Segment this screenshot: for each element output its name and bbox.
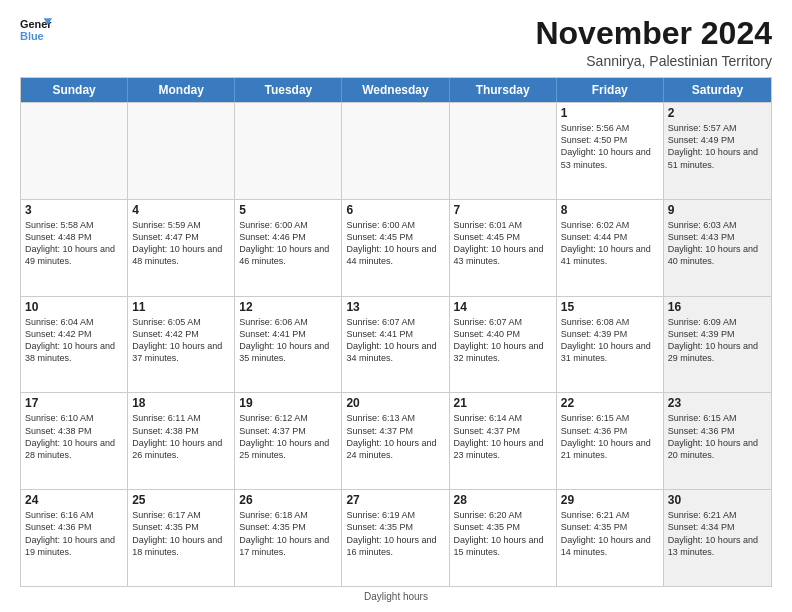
day-details: Sunrise: 6:07 AM Sunset: 4:41 PM Dayligh… (346, 316, 444, 365)
week-row-3: 17Sunrise: 6:10 AM Sunset: 4:38 PM Dayli… (21, 392, 771, 489)
day-cell-12: 12Sunrise: 6:06 AM Sunset: 4:41 PM Dayli… (235, 297, 342, 393)
day-cell-13: 13Sunrise: 6:07 AM Sunset: 4:41 PM Dayli… (342, 297, 449, 393)
day-number: 17 (25, 396, 123, 410)
day-details: Sunrise: 6:00 AM Sunset: 4:45 PM Dayligh… (346, 219, 444, 268)
day-number: 2 (668, 106, 767, 120)
day-cell-11: 11Sunrise: 6:05 AM Sunset: 4:42 PM Dayli… (128, 297, 235, 393)
day-details: Sunrise: 6:08 AM Sunset: 4:39 PM Dayligh… (561, 316, 659, 365)
day-details: Sunrise: 6:14 AM Sunset: 4:37 PM Dayligh… (454, 412, 552, 461)
day-details: Sunrise: 6:09 AM Sunset: 4:39 PM Dayligh… (668, 316, 767, 365)
day-details: Sunrise: 6:15 AM Sunset: 4:36 PM Dayligh… (668, 412, 767, 461)
empty-cell (342, 103, 449, 199)
day-details: Sunrise: 5:59 AM Sunset: 4:47 PM Dayligh… (132, 219, 230, 268)
weekday-header-thursday: Thursday (450, 78, 557, 102)
footer-note: Daylight hours (20, 591, 772, 602)
day-details: Sunrise: 6:21 AM Sunset: 4:34 PM Dayligh… (668, 509, 767, 558)
day-cell-1: 1Sunrise: 5:56 AM Sunset: 4:50 PM Daylig… (557, 103, 664, 199)
day-number: 24 (25, 493, 123, 507)
day-cell-16: 16Sunrise: 6:09 AM Sunset: 4:39 PM Dayli… (664, 297, 771, 393)
day-number: 22 (561, 396, 659, 410)
day-details: Sunrise: 6:21 AM Sunset: 4:35 PM Dayligh… (561, 509, 659, 558)
day-number: 27 (346, 493, 444, 507)
empty-cell (235, 103, 342, 199)
day-details: Sunrise: 5:57 AM Sunset: 4:49 PM Dayligh… (668, 122, 767, 171)
day-cell-20: 20Sunrise: 6:13 AM Sunset: 4:37 PM Dayli… (342, 393, 449, 489)
day-cell-22: 22Sunrise: 6:15 AM Sunset: 4:36 PM Dayli… (557, 393, 664, 489)
svg-text:Blue: Blue (20, 30, 44, 42)
day-details: Sunrise: 6:18 AM Sunset: 4:35 PM Dayligh… (239, 509, 337, 558)
day-details: Sunrise: 6:02 AM Sunset: 4:44 PM Dayligh… (561, 219, 659, 268)
day-cell-17: 17Sunrise: 6:10 AM Sunset: 4:38 PM Dayli… (21, 393, 128, 489)
day-number: 21 (454, 396, 552, 410)
weekday-header-saturday: Saturday (664, 78, 771, 102)
page: General Blue November 2024 Sannirya, Pal… (0, 0, 792, 612)
weekday-header-monday: Monday (128, 78, 235, 102)
day-details: Sunrise: 5:56 AM Sunset: 4:50 PM Dayligh… (561, 122, 659, 171)
logo-icon: General Blue (20, 16, 52, 44)
week-row-4: 24Sunrise: 6:16 AM Sunset: 4:36 PM Dayli… (21, 489, 771, 586)
weekday-header-wednesday: Wednesday (342, 78, 449, 102)
day-number: 14 (454, 300, 552, 314)
title-block: November 2024 Sannirya, Palestinian Terr… (535, 16, 772, 69)
day-number: 19 (239, 396, 337, 410)
day-number: 1 (561, 106, 659, 120)
day-details: Sunrise: 6:12 AM Sunset: 4:37 PM Dayligh… (239, 412, 337, 461)
day-number: 11 (132, 300, 230, 314)
day-number: 29 (561, 493, 659, 507)
day-number: 12 (239, 300, 337, 314)
day-details: Sunrise: 6:17 AM Sunset: 4:35 PM Dayligh… (132, 509, 230, 558)
day-cell-4: 4Sunrise: 5:59 AM Sunset: 4:47 PM Daylig… (128, 200, 235, 296)
day-number: 6 (346, 203, 444, 217)
day-number: 9 (668, 203, 767, 217)
day-cell-2: 2Sunrise: 5:57 AM Sunset: 4:49 PM Daylig… (664, 103, 771, 199)
day-details: Sunrise: 6:03 AM Sunset: 4:43 PM Dayligh… (668, 219, 767, 268)
day-cell-27: 27Sunrise: 6:19 AM Sunset: 4:35 PM Dayli… (342, 490, 449, 586)
week-row-2: 10Sunrise: 6:04 AM Sunset: 4:42 PM Dayli… (21, 296, 771, 393)
day-cell-15: 15Sunrise: 6:08 AM Sunset: 4:39 PM Dayli… (557, 297, 664, 393)
day-number: 25 (132, 493, 230, 507)
day-cell-8: 8Sunrise: 6:02 AM Sunset: 4:44 PM Daylig… (557, 200, 664, 296)
day-number: 13 (346, 300, 444, 314)
day-details: Sunrise: 6:06 AM Sunset: 4:41 PM Dayligh… (239, 316, 337, 365)
day-number: 10 (25, 300, 123, 314)
day-details: Sunrise: 6:04 AM Sunset: 4:42 PM Dayligh… (25, 316, 123, 365)
day-details: Sunrise: 5:58 AM Sunset: 4:48 PM Dayligh… (25, 219, 123, 268)
day-cell-25: 25Sunrise: 6:17 AM Sunset: 4:35 PM Dayli… (128, 490, 235, 586)
calendar: SundayMondayTuesdayWednesdayThursdayFrid… (20, 77, 772, 587)
day-number: 4 (132, 203, 230, 217)
day-cell-19: 19Sunrise: 6:12 AM Sunset: 4:37 PM Dayli… (235, 393, 342, 489)
day-cell-5: 5Sunrise: 6:00 AM Sunset: 4:46 PM Daylig… (235, 200, 342, 296)
day-cell-7: 7Sunrise: 6:01 AM Sunset: 4:45 PM Daylig… (450, 200, 557, 296)
day-cell-24: 24Sunrise: 6:16 AM Sunset: 4:36 PM Dayli… (21, 490, 128, 586)
month-title: November 2024 (535, 16, 772, 51)
day-number: 7 (454, 203, 552, 217)
header: General Blue November 2024 Sannirya, Pal… (20, 16, 772, 69)
week-row-0: 1Sunrise: 5:56 AM Sunset: 4:50 PM Daylig… (21, 102, 771, 199)
weekday-header-tuesday: Tuesday (235, 78, 342, 102)
location: Sannirya, Palestinian Territory (535, 53, 772, 69)
day-number: 28 (454, 493, 552, 507)
day-number: 16 (668, 300, 767, 314)
empty-cell (450, 103, 557, 199)
day-cell-10: 10Sunrise: 6:04 AM Sunset: 4:42 PM Dayli… (21, 297, 128, 393)
weekday-header-friday: Friday (557, 78, 664, 102)
day-cell-23: 23Sunrise: 6:15 AM Sunset: 4:36 PM Dayli… (664, 393, 771, 489)
logo: General Blue (20, 16, 52, 44)
day-cell-29: 29Sunrise: 6:21 AM Sunset: 4:35 PM Dayli… (557, 490, 664, 586)
day-details: Sunrise: 6:19 AM Sunset: 4:35 PM Dayligh… (346, 509, 444, 558)
day-details: Sunrise: 6:00 AM Sunset: 4:46 PM Dayligh… (239, 219, 337, 268)
day-details: Sunrise: 6:05 AM Sunset: 4:42 PM Dayligh… (132, 316, 230, 365)
day-details: Sunrise: 6:15 AM Sunset: 4:36 PM Dayligh… (561, 412, 659, 461)
day-cell-26: 26Sunrise: 6:18 AM Sunset: 4:35 PM Dayli… (235, 490, 342, 586)
empty-cell (128, 103, 235, 199)
day-cell-3: 3Sunrise: 5:58 AM Sunset: 4:48 PM Daylig… (21, 200, 128, 296)
day-cell-30: 30Sunrise: 6:21 AM Sunset: 4:34 PM Dayli… (664, 490, 771, 586)
calendar-body: 1Sunrise: 5:56 AM Sunset: 4:50 PM Daylig… (21, 102, 771, 586)
day-number: 23 (668, 396, 767, 410)
day-cell-9: 9Sunrise: 6:03 AM Sunset: 4:43 PM Daylig… (664, 200, 771, 296)
day-cell-6: 6Sunrise: 6:00 AM Sunset: 4:45 PM Daylig… (342, 200, 449, 296)
day-number: 8 (561, 203, 659, 217)
day-cell-28: 28Sunrise: 6:20 AM Sunset: 4:35 PM Dayli… (450, 490, 557, 586)
week-row-1: 3Sunrise: 5:58 AM Sunset: 4:48 PM Daylig… (21, 199, 771, 296)
day-number: 26 (239, 493, 337, 507)
